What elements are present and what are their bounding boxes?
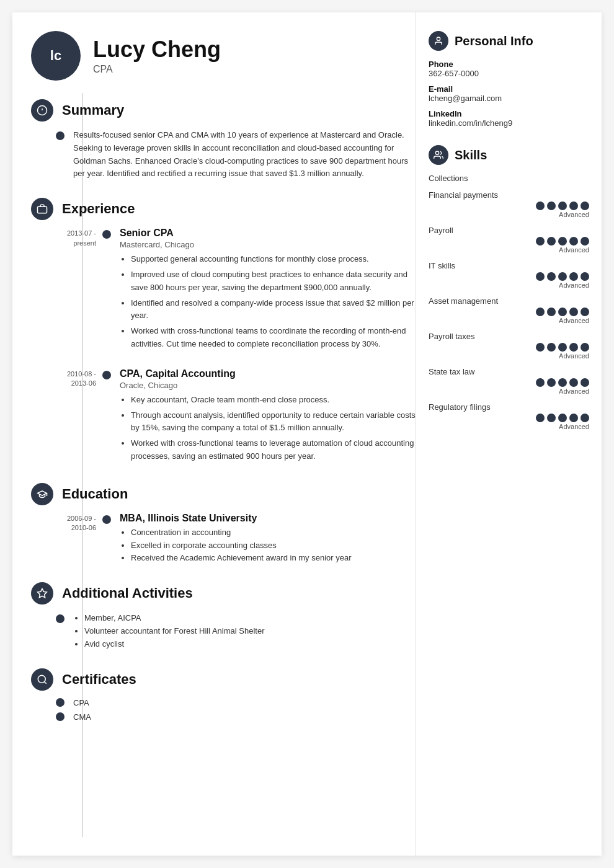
phone-label: Phone (429, 60, 589, 69)
personal-info-icon (429, 31, 448, 51)
exp-bullet: Worked with cross-functional teams to le… (131, 437, 416, 463)
exp-item-1: 2013-07 - present Senior CPA Mastercard,… (56, 228, 416, 353)
personal-info-section: Personal Info Phone 362-657-0000 E-mail … (429, 31, 589, 128)
activity-dot (56, 614, 65, 623)
exp-bullets-1: Supported general accounting functions f… (120, 253, 416, 351)
experience-title: Experience (62, 201, 135, 217)
skill-financial-payments: Financial payments Advanced (429, 190, 589, 218)
svg-rect-3 (38, 206, 47, 213)
exp-title-2: CPA, Capital Accounting (120, 368, 416, 379)
skill-bar-row (536, 343, 589, 352)
skill-name-it: IT skills (429, 261, 589, 270)
skill-collections: Collections (429, 174, 589, 183)
skill-it-skills: IT skills Advanced (429, 261, 589, 289)
skill-dot (547, 414, 556, 422)
edu-bullet: Concentration in accounting (131, 526, 416, 539)
cert-item-1: CPA (56, 698, 416, 707)
additional-section: Additional Activities Member, AICPA Volu… (25, 582, 416, 650)
exp-bullets-2: Key accountant, Oracle team month-end cl… (120, 394, 416, 463)
linkedin-label: LinkedIn (429, 109, 589, 118)
skill-dot (558, 378, 567, 387)
name-title-block: Lucy Cheng CPA (93, 37, 221, 75)
skill-bar-row (536, 414, 589, 422)
edu-bullet: Excelled in corporate accounting classes (131, 539, 416, 552)
skill-label-it: Advanced (429, 281, 589, 289)
experience-icon (31, 198, 53, 220)
exp-dot-1 (102, 230, 111, 239)
svg-line-6 (44, 681, 46, 683)
skill-name-state-tax: State tax law (429, 367, 589, 376)
summary-text: Results-focused senior CPA and CMA with … (73, 129, 416, 180)
skill-dot (536, 202, 545, 210)
exp-bullet: Identified and resolved a company-wide p… (131, 297, 416, 323)
personal-info-header: Personal Info (429, 31, 589, 51)
skill-name-asset: Asset management (429, 296, 589, 306)
exp-bullet: Through account analysis, identified opp… (131, 409, 416, 435)
exp-date-2: 2010-08 - 2013-06 (56, 368, 102, 466)
skill-dot (558, 272, 567, 281)
skill-dot (547, 308, 556, 316)
skills-icon (429, 145, 448, 165)
cert-dot-2 (56, 712, 65, 721)
exp-bullet: Supported general accounting functions f… (131, 253, 416, 266)
skill-dot (547, 343, 556, 352)
skill-dot (581, 272, 589, 281)
cert-item-2: CMA (56, 712, 416, 722)
skill-dot (547, 272, 556, 281)
skill-dots-financial-payments: Advanced (429, 202, 589, 218)
exp-body-1: Senior CPA Mastercard, Chicago Supported… (120, 228, 416, 353)
skill-label-regulatory: Advanced (429, 423, 589, 430)
summary-icon (31, 99, 53, 122)
certificates-title: Certificates (62, 671, 136, 688)
experience-section: Experience 2013-07 - present Senior CPA … (25, 198, 416, 466)
additional-content: Member, AICPA Volunteer accountant for F… (25, 612, 416, 650)
skill-dot (536, 308, 545, 316)
skill-payroll: Payroll Advanced (429, 226, 589, 254)
additional-icon (31, 582, 53, 604)
skill-dot (558, 343, 567, 352)
cert-text-2: CMA (73, 712, 91, 722)
skill-name-collections: Collections (429, 174, 589, 183)
skill-dot (536, 414, 545, 422)
exp-dot-2 (102, 371, 111, 379)
svg-point-7 (437, 37, 440, 40)
personal-info-title: Personal Info (455, 34, 533, 48)
skill-dot (558, 414, 567, 422)
skill-dot (581, 237, 589, 246)
phone-value: 362-657-0000 (429, 69, 589, 78)
skill-dot (536, 237, 545, 246)
activity-bullets: Member, AICPA Volunteer accountant for F… (73, 612, 416, 650)
candidate-title: CPA (93, 64, 221, 75)
skill-bar-row (536, 202, 589, 210)
skill-state-tax-law: State tax law Advanced (429, 367, 589, 395)
skill-dot (536, 272, 545, 281)
skill-payroll-taxes: Payroll taxes Advanced (429, 332, 589, 360)
education-content: 2006-09 - 2010-06 MBA, Illinois State Un… (25, 513, 416, 565)
skill-dot (569, 378, 578, 387)
certificates-header: Certificates (25, 668, 416, 691)
svg-point-8 (435, 151, 438, 154)
skill-dots-state-tax: Advanced (429, 378, 589, 395)
skill-dots-regulatory: Advanced (429, 414, 589, 430)
skill-dot (569, 237, 578, 246)
exp-bullet: Improved use of cloud computing best pra… (131, 268, 416, 294)
left-column: lc Lucy Cheng CPA Summary Results-f (12, 12, 416, 856)
skill-dot (558, 237, 567, 246)
skills-section: Skills Collections Financial payments (429, 145, 589, 430)
activity-bullet: Volunteer accountant for Forest Hill Ani… (84, 625, 416, 638)
skill-dot (569, 308, 578, 316)
skill-label-state-tax: Advanced (429, 388, 589, 395)
info-email: E-mail lcheng@gamail.com (429, 84, 589, 103)
skill-bar-row (536, 378, 589, 387)
email-value: lcheng@gamail.com (429, 94, 589, 103)
info-linkedin: LinkedIn linkedin.com/in/lcheng9 (429, 109, 589, 128)
education-title: Education (62, 486, 128, 502)
skill-dot (547, 202, 556, 210)
skill-dot (569, 202, 578, 210)
skill-dot (547, 237, 556, 246)
skill-label-asset: Advanced (429, 317, 589, 324)
exp-bullet: Worked with cross-functional teams to co… (131, 325, 416, 351)
skill-asset-management: Asset management Advanced (429, 296, 589, 324)
skill-dot (581, 414, 589, 422)
activity-bullet: Member, AICPA (84, 612, 416, 625)
